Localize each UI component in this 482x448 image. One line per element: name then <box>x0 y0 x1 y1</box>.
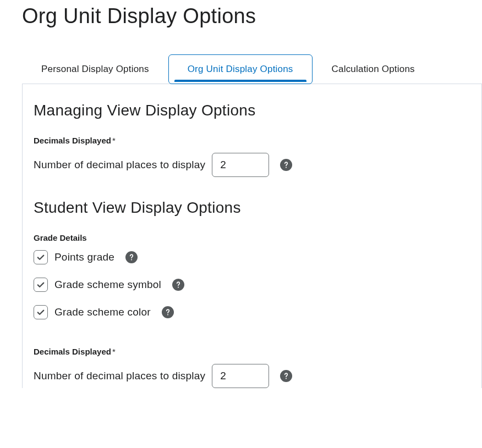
tab-panel: Managing View Display Options Decimals D… <box>22 84 482 388</box>
grade-scheme-color-label: Grade scheme color <box>54 306 151 318</box>
checkbox-row-points-grade: Points grade <box>34 250 470 264</box>
tabs-container: Personal Display Options Org Unit Displa… <box>0 54 482 84</box>
tab-personal-display-options[interactable]: Personal Display Options <box>22 54 168 84</box>
tab-org-unit-display-options[interactable]: Org Unit Display Options <box>168 54 313 84</box>
help-icon[interactable] <box>280 159 292 171</box>
student-decimals-row: Number of decimal places to display <box>34 364 470 388</box>
checkmark-icon <box>36 280 46 290</box>
points-grade-label: Points grade <box>54 251 114 263</box>
grade-scheme-color-checkbox[interactable] <box>34 305 48 319</box>
checkmark-icon <box>36 252 46 262</box>
points-grade-checkbox[interactable] <box>34 250 48 264</box>
student-view-heading: Student View Display Options <box>34 199 470 217</box>
grade-details-group: Points grade Grade scheme symbol <box>34 250 470 319</box>
svg-point-7 <box>167 314 168 316</box>
managing-decimals-row: Number of decimal places to display <box>34 153 470 177</box>
checkbox-row-grade-scheme-symbol: Grade scheme symbol <box>34 278 470 292</box>
student-decimals-input[interactable] <box>212 364 269 388</box>
managing-decimals-inline-label: Number of decimal places to display <box>34 159 205 171</box>
grade-scheme-symbol-checkbox[interactable] <box>34 278 48 292</box>
managing-decimals-input[interactable] <box>212 153 269 177</box>
tab-list: Personal Display Options Org Unit Displa… <box>22 54 482 84</box>
managing-decimals-label-text: Decimals Displayed <box>34 136 111 145</box>
tab-calculation-options[interactable]: Calculation Options <box>313 54 434 84</box>
student-decimals-label: Decimals Displayed* <box>34 347 470 356</box>
checkbox-row-grade-scheme-color: Grade scheme color <box>34 305 470 319</box>
grade-details-label: Grade Details <box>34 233 470 242</box>
svg-point-5 <box>178 287 179 288</box>
svg-point-1 <box>286 167 287 168</box>
page-title: Org Unit Display Options <box>0 0 482 54</box>
managing-decimals-label: Decimals Displayed* <box>34 136 470 145</box>
svg-point-9 <box>286 378 287 379</box>
managing-view-heading: Managing View Display Options <box>34 102 470 119</box>
checkmark-icon <box>36 307 46 317</box>
help-icon[interactable] <box>172 279 184 291</box>
help-icon[interactable] <box>280 370 292 382</box>
required-asterisk: * <box>112 136 116 145</box>
student-decimals-inline-label: Number of decimal places to display <box>34 370 205 382</box>
help-icon[interactable] <box>162 306 174 318</box>
svg-point-3 <box>131 259 132 261</box>
help-icon[interactable] <box>125 251 138 263</box>
required-asterisk: * <box>112 347 116 356</box>
grade-scheme-symbol-label: Grade scheme symbol <box>54 279 161 291</box>
student-decimals-label-text: Decimals Displayed <box>34 347 111 356</box>
